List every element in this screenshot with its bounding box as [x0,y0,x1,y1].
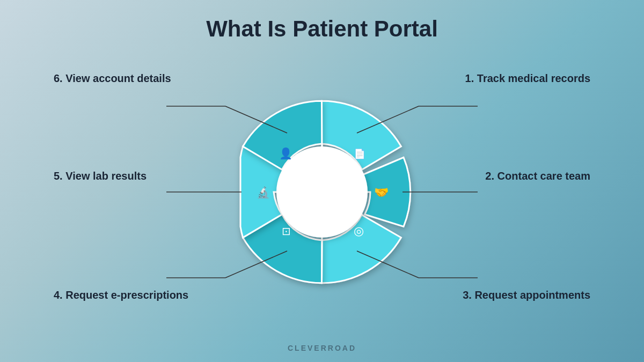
label-3: 3. Request appointments [463,288,590,302]
brand-label: CLEVERROAD [288,344,356,352]
icon-segment-4: ⊡ [282,225,291,237]
icon-segment-5: 🔬 [257,186,270,199]
diagram-container: ≡ 📄 🤝 ◎ ⊡ 🔬 👤 [27,53,617,331]
page-title: What Is Patient Portal [206,16,438,42]
donut-chart: ≡ 📄 🤝 ◎ ⊡ 🔬 👤 [134,53,510,331]
svg-text:📄: 📄 [354,148,366,160]
icon-segment-3: ◎ [354,224,364,238]
label-4: 4. Request e-prescriptions [54,288,188,302]
icon-segment-6: 👤 [279,147,292,160]
label-2: 2. Contact care team [485,169,590,183]
label-1: 1. Track medical records [465,71,590,85]
icon-segment-2: 🤝 [374,185,389,200]
label-6: 6. View account details [54,71,171,85]
label-5: 5. View lab results [54,169,147,183]
